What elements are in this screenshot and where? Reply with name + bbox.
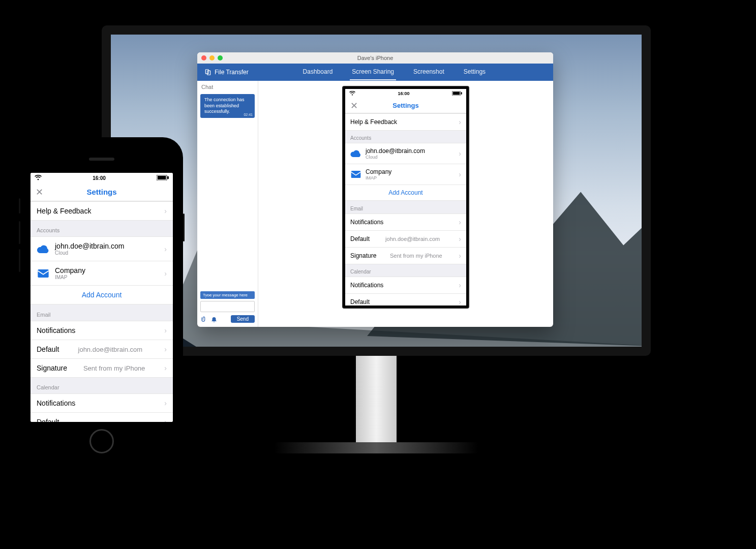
file-transfer-label: File Transfer <box>215 69 249 76</box>
nav-bar: ✕ Settings <box>31 183 173 201</box>
row-help-feedback[interactable]: Help & Feedback › <box>31 201 173 221</box>
row-cal-default[interactable]: Default › <box>345 293 466 306</box>
chevron-right-icon: › <box>459 298 461 306</box>
close-icon[interactable]: ✕ <box>36 187 43 198</box>
status-time: 16:00 <box>93 175 106 181</box>
add-account-button[interactable]: Add Account <box>345 185 466 201</box>
chat-pane: Chat The connection has been established… <box>197 81 258 327</box>
mirrored-phone-screen[interactable]: 16:00 ✕ Settings Hel <box>345 89 466 306</box>
tab-dashboard[interactable]: Dashboard <box>301 64 335 80</box>
tab-screenshot[interactable]: Screenshot <box>411 64 446 80</box>
tab-settings[interactable]: Settings <box>462 64 488 80</box>
send-button[interactable]: Send <box>231 315 255 323</box>
home-button[interactable] <box>89 429 114 453</box>
chevron-right-icon: › <box>459 118 461 126</box>
row-email-notifications[interactable]: Notifications › <box>345 214 466 231</box>
chevron-right-icon: › <box>164 345 167 353</box>
nav-bar: ✕ Settings <box>345 98 466 113</box>
chevron-right-icon: › <box>164 207 167 215</box>
tab-screen-sharing[interactable]: Screen Sharing <box>350 64 396 80</box>
mirrored-phone: 16:00 ✕ Settings Hel <box>342 86 469 309</box>
nav-title: Settings <box>392 102 418 109</box>
mute-switch[interactable] <box>19 198 20 214</box>
chevron-right-icon: › <box>459 218 461 226</box>
settings-list[interactable]: Help & Feedback › Accounts john.doe@itbr… <box>31 201 173 422</box>
svg-rect-3 <box>453 92 460 95</box>
chevron-right-icon: › <box>164 326 167 334</box>
chevron-right-icon: › <box>459 281 461 289</box>
notify-icon[interactable] <box>210 316 218 323</box>
chevron-right-icon: › <box>459 235 461 243</box>
svg-rect-7 <box>158 175 166 179</box>
iphone-device: 16:00 ✕ Settings Help & Feedback › Accou… <box>20 137 183 463</box>
row-cal-notifications[interactable]: Notifications › <box>31 393 173 413</box>
nav-title: Settings <box>86 188 116 196</box>
add-account-button[interactable]: Add Account <box>31 285 173 304</box>
chevron-right-icon: › <box>164 418 167 422</box>
monitor-frame: Dave's iPhone File Transfer Dashboard Sc… <box>102 25 651 356</box>
remote-app-window: Dave's iPhone File Transfer Dashboard Sc… <box>197 52 553 327</box>
section-calendar: Calendar <box>31 377 173 393</box>
row-email-notifications[interactable]: Notifications › <box>31 321 173 340</box>
row-email-default[interactable]: Default john.doe@itbrain.com › <box>31 340 173 359</box>
phone-speaker <box>89 158 114 161</box>
section-email: Email <box>31 304 173 321</box>
row-account-cloud[interactable]: john.doe@itbrain.comCloud › <box>345 143 466 164</box>
window-toolbar: File Transfer Dashboard Screen Sharing S… <box>197 64 553 81</box>
chat-message-time: 02:41 <box>244 112 253 117</box>
row-help-feedback[interactable]: Help & Feedback › <box>345 113 466 131</box>
envelope-icon <box>37 268 50 279</box>
monitor-desktop: Dave's iPhone File Transfer Dashboard Sc… <box>111 35 642 347</box>
volume-up-button[interactable] <box>19 221 20 244</box>
envelope-icon <box>350 170 361 178</box>
file-transfer-icon <box>204 69 211 76</box>
chevron-right-icon: › <box>164 364 167 372</box>
row-email-signature[interactable]: Signature Sent from my iPhone › <box>31 358 173 378</box>
section-accounts: Accounts <box>31 220 173 236</box>
battery-icon <box>452 91 462 97</box>
monitor-stand-neck <box>356 356 397 447</box>
row-account-cloud[interactable]: john.doe@itbrain.comCloud › <box>31 236 173 261</box>
chevron-right-icon: › <box>164 399 167 407</box>
monitor-stand-base <box>275 442 478 453</box>
row-account-imap[interactable]: CompanyIMAP › <box>345 164 466 185</box>
chat-message: The connection has been established succ… <box>200 94 255 118</box>
cloud-icon <box>350 149 361 158</box>
row-account-imap[interactable]: CompanyIMAP › <box>31 261 173 286</box>
section-accounts: Accounts <box>345 130 466 143</box>
window-titlebar[interactable]: Dave's iPhone <box>197 52 553 64</box>
svg-rect-9 <box>38 269 48 278</box>
wifi-icon <box>35 175 42 181</box>
chevron-right-icon: › <box>459 149 461 158</box>
file-transfer-brand[interactable]: File Transfer <box>197 69 256 76</box>
status-bar: 16:00 <box>345 89 466 98</box>
screen-share-pane: 16:00 ✕ Settings Hel <box>258 81 553 327</box>
status-bar: 16:00 <box>31 173 173 183</box>
row-email-signature[interactable]: Signature Sent from my iPhone › <box>345 247 466 264</box>
chat-header: Chat <box>197 81 258 93</box>
row-cal-default[interactable]: Default › <box>31 412 173 422</box>
volume-down-button[interactable] <box>19 249 20 272</box>
svg-rect-4 <box>461 92 462 95</box>
chat-input[interactable] <box>200 301 255 312</box>
power-button[interactable] <box>183 214 185 241</box>
row-cal-notifications[interactable]: Notifications › <box>345 277 466 294</box>
iphone-screen[interactable]: 16:00 ✕ Settings Help & Feedback › Accou… <box>31 173 173 422</box>
battery-icon <box>157 175 169 181</box>
chevron-right-icon: › <box>164 245 167 253</box>
chevron-right-icon: › <box>459 170 461 178</box>
row-email-default[interactable]: Default john.doe@itbrain.com › <box>345 230 466 248</box>
settings-list[interactable]: Help & Feedback › Accounts john.doe@itbr… <box>345 113 466 306</box>
chat-hint-tooltip: Type your message here <box>200 291 255 299</box>
close-icon[interactable]: ✕ <box>350 100 358 111</box>
section-email: Email <box>345 201 466 214</box>
svg-rect-5 <box>351 171 361 178</box>
svg-rect-8 <box>167 176 169 179</box>
status-time: 16:00 <box>398 91 409 96</box>
wifi-icon <box>349 91 355 97</box>
chevron-right-icon: › <box>164 269 167 278</box>
section-calendar: Calendar <box>345 264 466 277</box>
add-attachment-icon[interactable] <box>200 316 207 323</box>
cloud-icon <box>37 244 50 254</box>
chat-message-text: The connection has been established succ… <box>204 97 245 114</box>
